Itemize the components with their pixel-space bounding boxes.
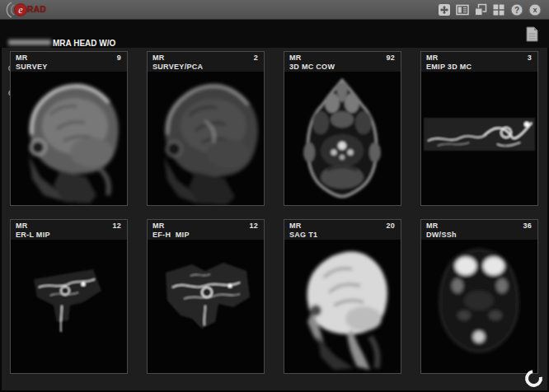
- series-name: SAG T1: [284, 230, 401, 239]
- series-thumbnail-survey[interactable]: MR 9 SURVEY: [10, 51, 128, 206]
- thumbnail-image-dw-ssh: [421, 240, 537, 373]
- series-thumbnail-emip-3d-mc[interactable]: MR 3 EMIP 3D MC: [420, 51, 538, 206]
- series-count: 20: [386, 222, 395, 230]
- series-name: SURVEY/PCA: [148, 62, 264, 71]
- thumbnail-image-sag-t1: [284, 240, 401, 373]
- app-window: e RAD: [0, 0, 549, 392]
- report-document-icon[interactable]: [524, 26, 539, 43]
- series-count: 3: [528, 54, 532, 62]
- tile-windows-icon[interactable]: [491, 2, 506, 17]
- top-toolbar: e RAD: [0, 0, 549, 20]
- series-name: DW/SSh: [421, 230, 537, 239]
- series-count: 9: [117, 54, 121, 62]
- series-header: MR 12 ER-L MIP: [11, 220, 127, 240]
- brand-e-glyph: e: [18, 4, 23, 16]
- series-count: 92: [386, 54, 395, 62]
- series-header: MR 9 SURVEY: [11, 52, 127, 72]
- series-count: 12: [249, 222, 258, 230]
- series-modality: MR: [289, 222, 302, 230]
- thumbnail-image-3d-mc-cow: [284, 72, 401, 205]
- series-header: MR 12 EF-H MIP: [148, 220, 264, 240]
- series-thumbnail-er-l-mip[interactable]: MR 12 ER-L MIP: [10, 219, 128, 374]
- series-thumbnail-sag-t1[interactable]: MR 20 SAG T1: [284, 219, 401, 374]
- fit-to-window-icon[interactable]: [437, 2, 452, 17]
- thumbnail-image-survey-pca: [148, 72, 264, 205]
- series-thumbnail-3d-mc-cow[interactable]: MR 92 3D MC COW: [284, 51, 401, 206]
- thumbnail-image-emip-3d-mc: [421, 72, 537, 205]
- cascade-windows-icon[interactable]: [473, 2, 488, 17]
- series-header: MR 36 DW/SSh: [421, 220, 537, 240]
- layout-panels-icon[interactable]: [455, 2, 470, 17]
- series-name: SURVEY: [11, 62, 127, 71]
- erad-logo-mark: e: [4, 1, 29, 19]
- series-name: ER-L MIP: [11, 230, 127, 239]
- series-modality: MR: [426, 54, 439, 62]
- thumbnail-image-survey: [11, 72, 127, 205]
- series-modality: MR: [16, 54, 28, 62]
- thumbnail-image-er-l-mip: [11, 240, 127, 373]
- series-count: 12: [112, 222, 121, 230]
- series-thumbnail-survey-pca[interactable]: MR 2 SURVEY/PCA: [147, 51, 265, 206]
- series-name: EF-H MIP: [148, 230, 264, 239]
- series-count: 36: [523, 222, 532, 230]
- series-header: MR 20 SAG T1: [284, 220, 401, 240]
- series-modality: MR: [16, 222, 28, 230]
- series-count: 2: [254, 54, 258, 62]
- series-modality: MR: [289, 54, 302, 62]
- series-thumbnail-dw-ssh[interactable]: MR 36 DW/SSh: [420, 219, 538, 374]
- series-modality: MR: [152, 54, 165, 62]
- close-icon[interactable]: x: [528, 2, 542, 17]
- series-header: MR 2 SURVEY/PCA: [148, 52, 264, 72]
- study-description: MRA HEAD W/O: [53, 39, 115, 48]
- patient-name-redacted: [8, 40, 51, 45]
- close-glyph: x: [533, 6, 537, 14]
- series-modality: MR: [426, 222, 439, 230]
- patient-info-bar: 01/01/60 F 6667 MRA HEAD W/O 09/12/07 07…: [0, 20, 549, 48]
- series-header: MR 92 3D MC COW: [284, 52, 401, 72]
- help-glyph: ?: [514, 6, 519, 15]
- series-modality: MR: [152, 222, 165, 230]
- series-name: 3D MC COW: [284, 62, 401, 71]
- window-controls: ? x: [437, 0, 542, 20]
- help-icon[interactable]: ?: [509, 2, 524, 17]
- series-thumbnail-ef-h-mip[interactable]: MR 12 EF-H MIP: [147, 219, 265, 374]
- series-name: EMIP 3D MC: [421, 62, 537, 71]
- thumbnail-image-ef-h-mip: [148, 240, 264, 373]
- brand-name: RAD: [27, 5, 46, 14]
- erad-logo: e RAD: [4, 1, 46, 19]
- series-header: MR 3 EMIP 3D MC: [421, 52, 537, 72]
